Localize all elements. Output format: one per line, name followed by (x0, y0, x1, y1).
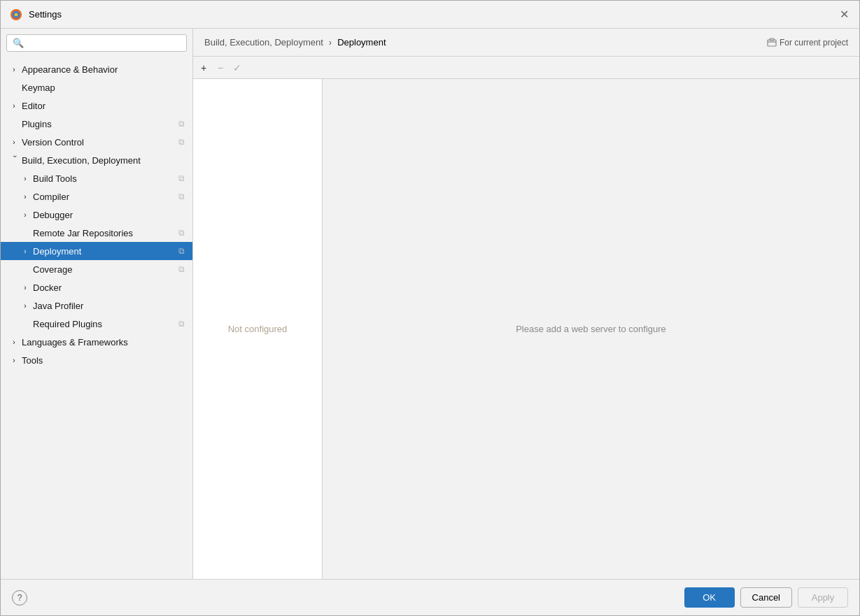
nav-tree: › Appearance & Behavior Keymap › Editor … (1, 57, 192, 579)
sidebar-item-build[interactable]: › Build, Execution, Deployment (1, 151, 192, 169)
sidebar-item-label: Editor (22, 101, 187, 111)
sidebar-item-coverage[interactable]: Coverage (1, 260, 192, 278)
sidebar-item-label: Deployment (33, 246, 176, 257)
ok-button[interactable]: OK (684, 587, 735, 608)
settings-icon (176, 227, 187, 238)
check-button[interactable]: ✓ (230, 60, 245, 76)
settings-icon (176, 118, 187, 129)
sidebar-item-editor[interactable]: › Editor (1, 96, 192, 115)
sidebar-item-javaprofiler[interactable]: › Java Profiler (1, 296, 192, 315)
title-bar: Settings ✕ (1, 1, 859, 29)
chevron-placeholder (20, 264, 30, 274)
sidebar-item-label: Remote Jar Repositories (33, 228, 176, 238)
sidebar-item-label: Compiler (33, 192, 176, 202)
content-area: 🔍 › Appearance & Behavior Keymap › Edito… (1, 29, 859, 579)
sidebar-item-label: Build Tools (33, 173, 176, 184)
settings-icon (176, 136, 187, 148)
chevron-right-icon: › (20, 282, 30, 292)
settings-icon (176, 318, 187, 329)
placeholder-message: Please add a web server to configure (516, 324, 666, 334)
bottom-actions: OK Cancel Apply (684, 587, 848, 608)
chevron-right-icon: › (20, 192, 30, 201)
sidebar-item-label: Plugins (22, 119, 176, 129)
chevron-right-icon: › (20, 246, 30, 256)
chevron-right-icon: › (9, 101, 19, 110)
project-scope-label: For current project (780, 38, 848, 48)
chevron-right-icon: › (9, 137, 19, 147)
help-button[interactable]: ? (12, 590, 27, 606)
sidebar-item-debugger[interactable]: › Debugger (1, 206, 192, 224)
sidebar-item-deployment[interactable]: › Deployment (1, 242, 192, 260)
sidebar-item-appearance[interactable]: › Appearance & Behavior (1, 60, 192, 78)
settings-icon (176, 264, 187, 275)
breadcrumb: Build, Execution, Deployment › Deploymen… (193, 29, 859, 57)
sidebar-item-keymap[interactable]: Keymap (1, 78, 192, 96)
sidebar-item-label: Version Control (22, 137, 176, 148)
breadcrumb-parent: Build, Execution, Deployment (204, 37, 323, 48)
settings-icon (176, 191, 187, 202)
sidebar-item-label: Java Profiler (33, 301, 187, 311)
sidebar-item-label: Appearance & Behavior (22, 64, 187, 75)
cancel-button[interactable]: Cancel (740, 587, 792, 608)
sidebar-item-buildtools[interactable]: › Build Tools (1, 169, 192, 187)
add-server-button[interactable]: + (196, 60, 211, 76)
not-configured-label: Not configured (228, 324, 288, 334)
app-icon (9, 8, 23, 22)
settings-icon (176, 173, 187, 184)
chevron-right-icon: › (20, 301, 30, 310)
chevron-placeholder (20, 228, 30, 238)
chevron-placeholder (20, 319, 30, 329)
split-content: Not configured Please add a web server t… (193, 79, 859, 579)
chevron-down-icon: › (9, 155, 19, 165)
search-input[interactable] (28, 38, 181, 48)
project-scope[interactable]: For current project (767, 38, 848, 48)
sidebar-item-remotejar[interactable]: Remote Jar Repositories (1, 224, 192, 242)
sidebar-item-compiler[interactable]: › Compiler (1, 187, 192, 206)
sidebar-item-label: Debugger (33, 210, 187, 220)
chevron-right-icon: › (9, 337, 19, 347)
svg-point-2 (15, 13, 18, 16)
chevron-right-icon: › (20, 173, 30, 183)
apply-button[interactable]: Apply (798, 587, 848, 608)
server-list-pane: Not configured (193, 79, 323, 579)
chevron-right-icon: › (9, 64, 19, 74)
chevron-right-icon: › (9, 355, 19, 365)
main-panel: Build, Execution, Deployment › Deploymen… (193, 29, 859, 579)
sidebar-item-label: Keymap (22, 83, 187, 93)
project-icon (767, 38, 777, 48)
breadcrumb-current: Deployment (337, 37, 386, 48)
sidebar: 🔍 › Appearance & Behavior Keymap › Edito… (1, 29, 193, 579)
chevron-placeholder (9, 119, 19, 129)
close-button[interactable]: ✕ (837, 8, 851, 22)
sidebar-item-plugins[interactable]: Plugins (1, 115, 192, 133)
server-config-pane: Please add a web server to configure (323, 79, 859, 579)
chevron-right-icon: › (20, 210, 30, 220)
breadcrumb-separator: › (329, 37, 332, 48)
sidebar-item-label: Docker (33, 282, 187, 293)
sidebar-item-languages[interactable]: › Languages & Frameworks (1, 333, 192, 351)
sidebar-item-requiredplugins[interactable]: Required Plugins (1, 315, 192, 333)
settings-icon (176, 245, 187, 257)
sidebar-item-label: Tools (22, 355, 187, 366)
sidebar-item-label: Languages & Frameworks (22, 337, 187, 348)
sidebar-item-versioncontrol[interactable]: › Version Control (1, 133, 192, 151)
remove-server-button[interactable]: − (213, 60, 228, 76)
deployment-toolbar: + − ✓ (193, 57, 859, 79)
sidebar-item-label: Coverage (33, 264, 176, 275)
dialog-title: Settings (29, 9, 837, 20)
search-icon: 🔍 (13, 38, 24, 48)
chevron-placeholder (9, 83, 19, 92)
sidebar-item-label: Build, Execution, Deployment (22, 155, 187, 166)
sidebar-item-label: Required Plugins (33, 319, 176, 329)
search-box[interactable]: 🔍 (6, 34, 187, 52)
sidebar-item-tools[interactable]: › Tools (1, 351, 192, 369)
bottom-bar: ? OK Cancel Apply (1, 579, 859, 615)
settings-dialog: Settings ✕ 🔍 › Appearance & Behavior Key… (0, 0, 860, 616)
sidebar-item-docker[interactable]: › Docker (1, 278, 192, 296)
